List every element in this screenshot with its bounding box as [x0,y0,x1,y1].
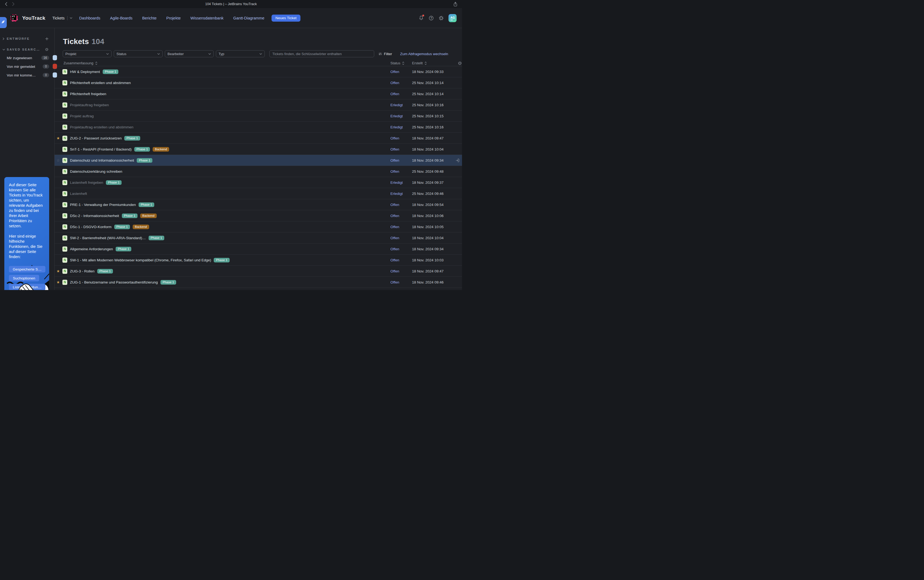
ticket-type-icon: N [62,147,67,152]
sidebar-section-drafts[interactable]: ENTWÜRFE [0,35,54,42]
status-cell: Erledigt [390,125,412,129]
ticket-rows: NHW & DeploymentPhase 1Offen18 Nov. 2024… [54,66,462,288]
filter-dropdown-bearbeiter[interactable]: Bearbeiter [165,50,214,57]
column-header-created[interactable]: Erstellt [412,61,456,65]
table-row[interactable]: ☆NDatenschutz und Informationssicherheit… [54,155,462,166]
query-mode-link[interactable]: Zum Abfragemodus wechseln [400,52,448,56]
table-row[interactable]: NSnT-1 - RestAPI (Frontend / Backend)Pha… [54,144,462,155]
table-row[interactable]: NLastenheftErledigt25 Nov. 2024 09:46 [54,188,462,199]
drafts-label: ENTWÜRFE [7,37,30,40]
ticket-title: Pflichtenheft freigeben [70,92,106,96]
ticket-title: Lastenheft freigeben [70,181,103,185]
ticket-title: Projektauftrag erstellen und abstimmen [70,125,133,129]
sidebar-section-saved-searches[interactable]: SAVED SEARC… [0,46,54,53]
nav-item-gantt-diagramme[interactable]: Gantt-Diagramme [233,16,264,20]
feather-sidebar-tab[interactable] [0,17,7,28]
ticket-type-icon: N [62,102,67,107]
sidebar-item-mir-zugewiesen[interactable]: Mir zugewiesen16 [0,54,54,62]
table-row[interactable]: NProjektauftrag freigebenErledigt25 Nov.… [54,99,462,110]
column-label: Erstellt [412,61,423,65]
avatar-initials: AG [450,16,457,19]
table-row[interactable]: NDSc-1 - DSGVO-KonformPhase 1BackendOffe… [54,221,462,232]
brand-name[interactable]: YouTrack [22,15,45,21]
avatar[interactable]: AG [449,14,457,22]
notifications-bell-icon[interactable] [419,15,424,21]
feather-icon [0,20,5,26]
nav-tickets-current[interactable]: Tickets [53,16,72,20]
chevron-right-icon[interactable] [2,37,7,40]
status-cell: Offen [390,280,412,284]
nav-item-berichte[interactable]: Berichte [142,16,156,20]
status-cell: Offen [390,236,412,240]
status-cell: Offen [390,170,412,173]
column-header-summary[interactable]: Zusammenfassung [64,61,390,65]
table-row[interactable]: ★NZUG-2 - Passwort zurücksetzenPhase 1Of… [54,133,462,144]
table-row[interactable]: NSW-2 - Barrierefreiheit (WAI-ARIA-Stand… [54,232,462,244]
ticket-type-icon: N [62,125,67,130]
chevron-down-icon[interactable] [70,17,72,19]
nav-item-agile-boards[interactable]: Agile-Boards [110,16,132,20]
table-row[interactable]: NHW & DeploymentPhase 1Offen18 Nov. 2024… [54,66,462,77]
nav-item-dashboards[interactable]: Dashboards [79,16,100,20]
svg-text:?: ? [431,16,432,20]
ticket-title: ZUG-3 - Rollen [70,269,95,273]
column-header-status[interactable]: Status [390,61,412,65]
status-cell: Erledigt [390,192,412,196]
ticket-type-icon: N [62,213,67,218]
table-row[interactable]: NSW-1 - Mit allen Modernen Webbrowser ko… [54,255,462,266]
ticket-type-icon: N [62,257,67,263]
star-icon[interactable]: ★ [56,280,62,284]
column-label: Status [390,61,400,65]
nav-item-projekte[interactable]: Projekte [166,16,181,20]
open-ticket-icon[interactable] [455,158,462,163]
table-row[interactable]: ★NZUG-1 - Benutzername und Passwortauthe… [54,277,462,288]
star-icon[interactable]: ★ [56,269,62,273]
status-cell: Erledigt [390,114,412,118]
saved-searches-gear-icon[interactable] [45,48,49,51]
table-row[interactable]: NProjektauftrag erstellen und abstimmenE… [54,122,462,133]
tag-phase: Phase 1 [103,69,118,74]
sidebar-item-von-mir-komme-[interactable]: Von mir komme…0 [0,71,54,79]
table-row[interactable]: ★NZUG-3 - RollenPhase 1Offen18 Nov. 2024… [54,266,462,277]
youtrack-logo-icon[interactable]: YT [10,13,19,23]
filter-button-label: Filter [384,52,392,56]
tag-phase: Phase 1 [114,224,130,229]
ticket-type-icon: N [62,114,67,119]
table-row[interactable]: NPRE-1 - Verwaltung der PremiumkundenPha… [54,199,462,210]
table-row[interactable]: NDSc-2 - InformationssicherheitPhase 1Ba… [54,210,462,221]
sidebar-item-von-mir-gemeldet[interactable]: Von mir gemeldet0 [0,62,54,71]
table-row[interactable]: NAllgemeine AnforderungenPhase 1Offen18 … [54,244,462,255]
table-row[interactable]: NPflichtenheft erstellen und abstimmenOf… [54,77,462,88]
filter-dropdown-status[interactable]: Status [114,50,163,57]
tag-phase: Phase 1 [161,280,176,285]
table-row[interactable]: NProjekt auftragErledigt25 Nov. 2024 10:… [54,110,462,122]
ticket-type-icon: N [62,236,67,241]
svg-text:YT: YT [12,15,15,18]
add-draft-icon[interactable] [45,37,49,41]
new-ticket-button[interactable]: Neues Ticket [271,15,300,21]
table-settings-gear-icon[interactable] [456,61,462,66]
settings-gear-icon[interactable] [439,15,444,21]
table-row[interactable]: NPflichtenheft freigebenOffen25 Nov. 202… [54,88,462,99]
ticket-type-icon: N [62,69,67,74]
table-row[interactable]: NDatenschutzerklärung schreibenOffen25 N… [54,166,462,177]
tooltip-button-gespeicherte-s-[interactable]: Gespeicherte S… [9,266,45,272]
app-navbar: YT YouTrack Tickets DashboardsAgile-Boar… [0,8,462,28]
chevron-down-icon [208,53,211,55]
filter-dropdown-typ[interactable]: Typ [216,50,265,57]
ticket-type-icon: N [62,280,67,285]
created-cell: 18 Nov. 2024 10:04 [412,147,455,152]
nav-item-wissensdatenbank[interactable]: Wissensdatenbank [191,16,224,20]
chevron-down-icon[interactable] [2,49,7,51]
help-icon[interactable]: ? [429,15,434,21]
search-input[interactable] [270,50,374,57]
share-icon[interactable] [453,2,458,8]
star-icon[interactable]: ★ [56,136,62,140]
filter-row: Projekt Status Bearbeiter Typ Filter Zum… [62,50,462,57]
tooltip-paragraph: Auf dieser Seite können Sie alle Tickets… [9,183,44,229]
filter-button[interactable]: Filter [378,52,392,56]
table-row[interactable]: NLastenheft freigebenPhase 1Erledigt18 N… [54,177,462,188]
star-icon[interactable]: ☆ [56,158,62,162]
window-title: 104 Tickets | – JetBrains YouTrack [0,2,462,6]
filter-dropdown-projekt[interactable]: Projekt [62,50,112,57]
